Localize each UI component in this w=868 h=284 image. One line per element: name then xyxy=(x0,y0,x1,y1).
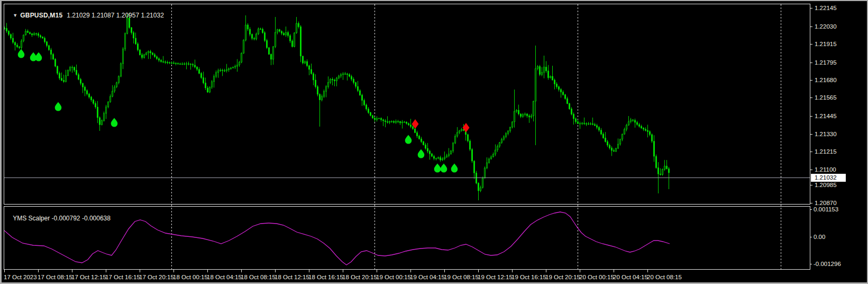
chart-window: 1.221451.220301.219151.217951.216801.215… xyxy=(0,0,868,284)
indicator-values: -0.000792 -0.000638 xyxy=(52,215,111,222)
ohlc-values: 1.21029 1.21087 1.20957 1.21032 xyxy=(67,12,164,19)
time-axis-label: 19 Oct 20:15 xyxy=(545,274,580,280)
indicator-pane-border xyxy=(4,207,810,270)
price-axis-label: 1.21915 xyxy=(815,41,837,47)
indicator-axis-label: -0.001296 xyxy=(814,261,841,267)
price-axis-label: 1.21215 xyxy=(815,148,837,155)
time-axis-label: 18 Oct 04:15 xyxy=(207,274,242,280)
time-axis-label: 18 Oct 00:15 xyxy=(173,274,208,280)
chart-title: ▼GBPUSD,M151.21029 1.21087 1.20957 1.210… xyxy=(6,4,164,26)
time-axis-label: 19 Oct 04:15 xyxy=(410,274,445,280)
time-axis-label: 17 Oct 2023 xyxy=(4,274,37,280)
buy-signal-droplet-icon xyxy=(55,102,62,111)
bull-candle-bodies xyxy=(4,18,665,191)
time-axis-label: 20 Oct 08:15 xyxy=(647,274,682,280)
time-axis-label: 18 Oct 08:15 xyxy=(241,274,276,280)
indicator-axis-label: 0.001153 xyxy=(814,206,838,212)
price-axis-label: 1.22145 xyxy=(815,5,837,11)
time-axis-label: 19 Oct 00:15 xyxy=(376,274,411,280)
candlestick-series xyxy=(4,13,670,200)
day-separator-lines xyxy=(172,4,781,269)
buy-signal-droplet-icon xyxy=(35,52,42,61)
bear-candle-bodies xyxy=(6,18,670,191)
current-price-label: 1.21032 xyxy=(811,174,846,182)
time-axis-label: 19 Oct 08:15 xyxy=(444,274,479,280)
indicator-name: YMS Scalper xyxy=(13,215,50,222)
buy-signal-droplet-icon xyxy=(451,164,458,173)
price-axis-label: 1.21330 xyxy=(815,131,837,137)
time-axis-label: 18 Oct 20:15 xyxy=(342,274,377,280)
price-axis-label: 1.21100 xyxy=(815,166,836,173)
time-axis-label: 18 Oct 16:15 xyxy=(308,274,343,280)
price-axis-label: 1.21445 xyxy=(815,113,837,119)
price-axis-label: 1.20870 xyxy=(815,200,837,206)
indicator-axis[interactable]: 0.0011530.00-0.001296 xyxy=(810,206,841,267)
buy-signal-droplet-icon xyxy=(18,49,25,58)
buy-signal-droplet-icon xyxy=(111,118,118,127)
buy-signal-droplet-icon xyxy=(405,135,412,144)
time-axis-label: 20 Oct 00:15 xyxy=(579,274,614,280)
buy-signal-droplet-icon xyxy=(441,164,447,173)
time-axis-label: 19 Oct 16:15 xyxy=(511,274,546,280)
price-axis-label: 1.21795 xyxy=(815,59,837,66)
buy-signal-droplet-icon xyxy=(434,164,441,173)
symbol-dropdown-icon[interactable]: ▼ xyxy=(13,13,17,18)
buy-signal-droplet-icon xyxy=(418,149,425,158)
time-axis-label: 17 Oct 16:15 xyxy=(105,274,140,280)
time-axis-label: 17 Oct 08:15 xyxy=(38,274,72,280)
buy-signal-markers xyxy=(18,49,458,173)
symbol-timeframe-label: GBPUSD,M15 xyxy=(20,12,62,19)
current-price-value: 1.21032 xyxy=(815,174,837,181)
price-axis-label: 1.22030 xyxy=(815,23,837,30)
time-axis-label: 19 Oct 12:15 xyxy=(478,274,513,280)
time-axis-label: 18 Oct 12:15 xyxy=(275,274,309,280)
indicator-axis-label: 0.00 xyxy=(814,234,825,240)
price-axis-label: 1.21565 xyxy=(815,94,837,101)
time-axis[interactable]: 17 Oct 202317 Oct 08:1517 Oct 12:1517 Oc… xyxy=(4,270,682,280)
time-axis-label: 17 Oct 20:15 xyxy=(139,274,174,280)
price-axis-label: 1.21680 xyxy=(815,77,837,83)
indicator-title: YMS Scalper -0.000792 -0.000638 xyxy=(6,207,111,229)
time-axis-label: 17 Oct 12:15 xyxy=(71,274,106,280)
chart-canvas[interactable]: 1.221451.220301.219151.217951.216801.215… xyxy=(2,1,867,282)
time-axis-label: 20 Oct 04:15 xyxy=(613,274,648,280)
price-axis-label: 1.20985 xyxy=(815,182,837,188)
